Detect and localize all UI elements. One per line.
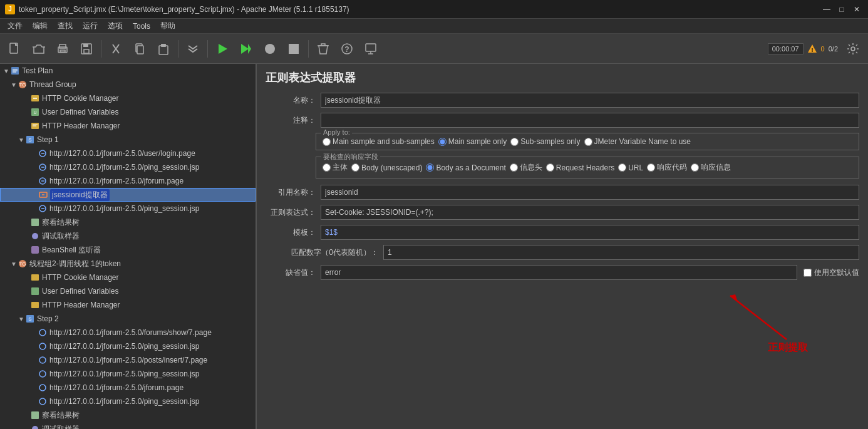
radio-body-doc[interactable]: Body as a Document [426, 163, 505, 172]
radio-main-only-label: Main sample only [448, 137, 507, 146]
radio-main-sub[interactable]: Main sample and sub-samples [323, 137, 435, 146]
tree-node-udf1[interactable]: U User Defined Variables [0, 105, 256, 119]
menu-bar: 文件 编辑 查找 运行 选项 Tools 帮助 [0, 19, 868, 34]
tree-node-tg2[interactable]: ▼ TG 线程组2-调用线程 1的token [0, 257, 256, 271]
radio-sub-only[interactable]: Sub-samples only [510, 137, 580, 146]
tree-node-url4[interactable]: http://127.0.0.1/jforum-2.5.0/ping_sessi… [0, 202, 256, 215]
tree-node-jsessionid[interactable]: jsessionid提取器 [0, 188, 256, 202]
svg-marker-11 [219, 44, 227, 54]
new-button[interactable] [4, 38, 26, 60]
name-input[interactable] [321, 93, 859, 108]
tree-node-cookie2[interactable]: HTTP Cookie Manager [0, 271, 256, 284]
close-button[interactable]: ✕ [850, 3, 863, 16]
cut-button[interactable] [105, 38, 127, 60]
tree-node-step2[interactable]: ▼ S Step 2 [0, 312, 256, 326]
tree-node-url3[interactable]: http://127.0.0.1/jforum-2.5.0/jforum.pag… [0, 174, 256, 188]
default-input[interactable] [321, 265, 797, 280]
expand-icon[interactable]: ▼ [18, 137, 25, 143]
tree-node-url2[interactable]: http://127.0.0.1/jforum-2.5.0/ping_sessi… [0, 160, 256, 174]
tree-node-url5[interactable]: http://127.0.0.1/jforum-2.5.0/forums/sho… [0, 326, 256, 339]
paste-button[interactable] [152, 38, 175, 60]
settings-button[interactable] [842, 38, 864, 60]
svg-rect-42 [31, 287, 39, 295]
save-button[interactable] [75, 38, 98, 60]
match-label: 匹配数字（0代表随机）： [266, 247, 378, 258]
run-nopause-button[interactable] [235, 38, 257, 60]
svg-rect-43 [31, 302, 39, 308]
tree-node-debug1[interactable]: 调试取样器 [0, 229, 256, 243]
comment-input[interactable] [321, 113, 859, 128]
copy-button[interactable] [128, 38, 151, 60]
menu-run[interactable]: 运行 [78, 19, 103, 33]
tree-node-debug2[interactable]: 调试取样器 [0, 422, 256, 429]
radio-main-only[interactable]: Main sample only [438, 137, 507, 146]
run-button[interactable] [211, 38, 234, 60]
radio-resp-info[interactable]: 响应信息 [691, 162, 731, 173]
url3-label: http://127.0.0.1/jforum-2.5.0/jforum.pag… [49, 177, 183, 185]
match-input[interactable] [383, 245, 859, 260]
header1-label: HTTP Header Manager [42, 121, 120, 130]
sep2 [178, 40, 178, 58]
tree-node-url9[interactable]: http://127.0.0.1/jforum-2.5.0/jforum.pag… [0, 381, 256, 395]
refname-row: 引用名称： [266, 185, 859, 200]
tree-node-thread-group[interactable]: ▼ TG Thread Group [0, 78, 256, 91]
expand-icon[interactable]: ▼ [10, 81, 18, 88]
svg-text:S: S [28, 137, 31, 143]
radio-resp-code[interactable]: 响应代码 [647, 162, 687, 173]
maximize-button[interactable]: □ [835, 3, 848, 16]
radio-body[interactable]: 主体 [323, 162, 348, 173]
print-button[interactable] [51, 38, 74, 60]
menu-search[interactable]: 查找 [53, 19, 78, 33]
svg-rect-38 [31, 246, 39, 254]
menu-help[interactable]: 帮助 [155, 19, 180, 33]
remote-button[interactable] [359, 38, 382, 60]
tree-node-test-plan[interactable]: ▼ Test Plan [0, 64, 256, 78]
default-row: 缺省值： 使用空默认值 [266, 265, 859, 280]
menu-edit[interactable]: 编辑 [28, 19, 53, 33]
radio-req-headers[interactable]: Request Headers [546, 163, 614, 172]
radio-main-sub-label: Main sample and sub-samples [333, 137, 435, 146]
tree-node-url1[interactable]: http://127.0.0.1/jforum-2.5.0/user/login… [0, 147, 256, 160]
minimize-button[interactable]: — [820, 3, 833, 16]
expand-icon[interactable]: ▼ [3, 68, 10, 75]
tree-node-header2[interactable]: HTTP Header Manager [0, 298, 256, 312]
step2-icon: S [25, 314, 35, 324]
svg-text:U: U [33, 110, 36, 115]
tree-node-header1[interactable]: HTTP Header Manager [0, 119, 256, 133]
tree-node-listener1[interactable]: 察看结果树 [0, 215, 256, 229]
tree-node-listener2[interactable]: 察看结果树 [0, 408, 256, 422]
shutdown-button[interactable] [282, 38, 305, 60]
refname-input[interactable] [321, 185, 859, 200]
menu-options[interactable]: 选项 [103, 19, 128, 33]
title-bar: J token_property_Script.jmx (E:\Jmeter\t… [0, 0, 868, 19]
clear-all-button[interactable] [312, 38, 334, 60]
template-input[interactable] [321, 225, 859, 240]
radio-info[interactable]: 信息头 [510, 162, 542, 173]
radio-body-unescaped[interactable]: Body (unescaped) [351, 163, 422, 172]
regex-input[interactable] [321, 205, 859, 220]
expand-button[interactable] [182, 38, 204, 60]
expand-icon[interactable]: ▼ [18, 316, 25, 323]
radio-jmeter-var[interactable]: JMeter Variable Name to use [584, 137, 691, 146]
expand-icon[interactable]: ▼ [10, 261, 18, 267]
tree-node-url6[interactable]: http://127.0.0.1/jforum-2.5.0/ping_sessi… [0, 339, 256, 353]
cookie1-label: HTTP Cookie Manager [42, 94, 119, 103]
template-row: 模板： [266, 225, 859, 240]
open-button[interactable] [28, 38, 50, 60]
tree-node-udf2[interactable]: User Defined Variables [0, 284, 256, 298]
tree-node-url7[interactable]: http://127.0.0.1/jforum-2.5.0/posts/inse… [0, 353, 256, 367]
radio-url[interactable]: URL [618, 163, 643, 172]
tree-node-bean1[interactable]: BeanShell 监听器 [0, 243, 256, 257]
use-default-checkbox[interactable]: 使用空默认值 [803, 267, 859, 278]
tree-node-url8[interactable]: http://127.0.0.1/jforum-2.5.0/ping_sessi… [0, 367, 256, 381]
menu-tools[interactable]: Tools [128, 21, 155, 32]
menu-file[interactable]: 文件 [3, 19, 28, 33]
help-button[interactable]: ? [336, 38, 358, 60]
tree-node-step1[interactable]: ▼ S Step 1 [0, 133, 256, 147]
tree-node-url10[interactable]: http://127.0.0.1/jforum-2.5.0/ping_sessi… [0, 395, 256, 408]
toolbar-right: 00:00:07 ! 0 0/2 [768, 38, 864, 60]
cookie2-label: HTTP Cookie Manager [42, 273, 119, 282]
tree-node-cookie1[interactable]: HTTP Cookie Manager [0, 91, 256, 105]
stop-button[interactable] [259, 38, 281, 60]
window-controls: — □ ✕ [820, 3, 863, 16]
